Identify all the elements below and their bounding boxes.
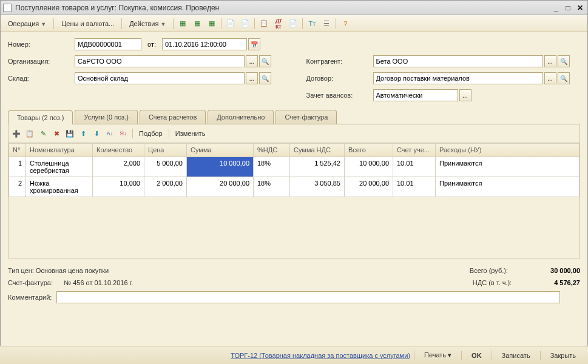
copy-row-icon[interactable]: 📋 (24, 128, 35, 139)
total-value: 30 000,00 (550, 267, 580, 274)
grid-toolbar: ➕ 📋 ✎ ✖ 💾 ⬆ ⬇ A↓ Я↓ Подбор Изменить (8, 124, 580, 143)
invoice-label: Счет-фактура: (8, 279, 53, 286)
price-type: Тип цен: Основная цена покупки (8, 267, 109, 274)
counterparty-search-button[interactable]: 🔍 (558, 55, 570, 67)
toolbar-icon-4[interactable]: 📄 (225, 18, 236, 29)
vat-label: НДС (в т. ч.): (473, 279, 512, 286)
org-select-button[interactable]: ... (246, 55, 258, 67)
toolbar-icon-1[interactable]: ▦ (177, 18, 188, 29)
counterparty-input[interactable] (373, 55, 543, 67)
window-title: Поступление товаров и услуг: Покупка, ко… (15, 4, 549, 12)
warehouse-select-button[interactable]: ... (246, 72, 258, 84)
table-row[interactable]: 1Столешница серебристая2,0005 000,0010 0… (9, 157, 580, 177)
select-button[interactable]: Подбор (137, 130, 165, 137)
menu-operation[interactable]: Операция▼ (4, 18, 50, 29)
help-icon[interactable]: ? (340, 18, 351, 29)
col-price[interactable]: Цена (144, 144, 187, 157)
toolbar-icon-8[interactable]: 📄 (288, 18, 299, 29)
add-row-icon[interactable]: ➕ (11, 128, 22, 139)
warehouse-label: Склад: (8, 75, 75, 82)
tab-additional[interactable]: Дополнительно (208, 110, 274, 124)
col-account[interactable]: Счет уче... (393, 144, 436, 157)
sort-desc-icon[interactable]: Я↓ (118, 128, 129, 139)
col-expenses[interactable]: Расходы (НУ) (436, 144, 580, 157)
toolbar-icon-dtкt[interactable]: ДтКт (273, 18, 284, 29)
comment-label: Комментарий: (8, 294, 52, 301)
maximize-button[interactable]: □ (563, 4, 573, 12)
org-search-button[interactable]: 🔍 (259, 55, 271, 67)
menubar: Операция▼ Цены и валюта... Действия▼ ▦ ▦… (1, 15, 587, 32)
print-button[interactable]: Печать ▾ (418, 349, 458, 361)
contract-label: Договор: (306, 75, 373, 82)
save-button[interactable]: Записать (496, 350, 536, 361)
counterparty-label: Контрагент: (306, 58, 373, 65)
date-input[interactable] (162, 38, 247, 50)
toolbar-icon-3[interactable]: ▦ (206, 18, 217, 29)
change-button[interactable]: Изменить (173, 130, 208, 137)
total-label: Всего (руб.): (470, 267, 508, 274)
col-qty[interactable]: Количество (93, 144, 144, 157)
titlebar: Поступление товаров и услуг: Покупка, ко… (1, 1, 587, 15)
comment-input[interactable] (56, 291, 560, 303)
bottom-bar: ТОРГ-12 (Товарная накладная за поставщик… (0, 346, 588, 364)
tab-accounts[interactable]: Счета расчетов (140, 110, 206, 124)
contract-input[interactable] (373, 72, 543, 84)
number-label: Номер: (8, 41, 75, 48)
tab-services[interactable]: Услуги (0 поз.) (75, 110, 137, 124)
col-vatrate[interactable]: %НДС (254, 144, 290, 157)
counterparty-select-button[interactable]: ... (544, 55, 556, 67)
toolbar-icon-5[interactable]: 📄 (240, 18, 251, 29)
col-vatsum[interactable]: Сумма НДС (290, 144, 345, 157)
col-sum[interactable]: Сумма (187, 144, 254, 157)
sort-asc-icon[interactable]: A↓ (104, 128, 115, 139)
close-bottom-button[interactable]: Закрыть (544, 350, 582, 361)
ok-button[interactable]: OK (465, 350, 488, 361)
edit-row-icon[interactable]: ✎ (38, 128, 49, 139)
org-label: Организация: (8, 58, 75, 65)
from-label: от: (147, 41, 156, 48)
grid-header-row: N° Номенклатура Количество Цена Сумма %Н… (9, 144, 580, 157)
move-down-icon[interactable]: ⬇ (91, 128, 102, 139)
col-total[interactable]: Всего (345, 144, 393, 157)
warehouse-input[interactable] (75, 72, 245, 84)
minimize-button[interactable]: _ (551, 4, 561, 12)
toolbar-disk-icon[interactable]: 💾 (64, 128, 75, 139)
form-area: Номер: от: 📅 Организация: ... 🔍 Склад: (1, 32, 587, 262)
toolbar-icon-9[interactable]: Тт (306, 18, 317, 29)
warehouse-search-button[interactable]: 🔍 (259, 72, 271, 84)
advance-input[interactable] (373, 89, 458, 101)
torg-link[interactable]: ТОРГ-12 (Товарная накладная за поставщик… (231, 352, 410, 359)
close-button[interactable]: ✕ (575, 4, 585, 12)
grid[interactable]: N° Номенклатура Количество Цена Сумма %Н… (8, 143, 580, 258)
document-icon (3, 4, 12, 12)
tab-strip: Товары (2 поз.) Услуги (0 поз.) Счета ра… (8, 110, 580, 124)
advance-label: Зачет авансов: (306, 92, 373, 99)
delete-row-icon[interactable]: ✖ (51, 128, 62, 139)
tab-invoice[interactable]: Счет-фактура (275, 110, 337, 124)
number-input[interactable] (75, 38, 141, 50)
contract-search-button[interactable]: 🔍 (558, 72, 570, 84)
calendar-button[interactable]: 📅 (248, 38, 260, 50)
org-input[interactable] (75, 55, 245, 67)
move-up-icon[interactable]: ⬆ (78, 128, 89, 139)
col-n[interactable]: N° (9, 144, 26, 157)
col-nomenclature[interactable]: Номенклатура (26, 144, 93, 157)
toolbar-icon-2[interactable]: ▦ (192, 18, 203, 29)
footer-info: Тип цен: Основная цена покупки Всего (ру… (1, 262, 587, 311)
toolbar-icon-6[interactable]: 📋 (259, 18, 269, 29)
menu-actions[interactable]: Действия▼ (126, 18, 169, 29)
menu-prices[interactable]: Цены и валюта... (58, 18, 118, 29)
contract-select-button[interactable]: ... (544, 72, 556, 84)
table-row[interactable]: 2Ножка хромированная10,0002 000,0020 000… (9, 177, 580, 197)
advance-select-button[interactable]: ... (459, 89, 471, 101)
toolbar-icon-10[interactable]: ☰ (321, 18, 332, 29)
tab-goods[interactable]: Товары (2 поз.) (8, 110, 73, 124)
vat-value: 4 576,27 (554, 279, 580, 286)
invoice-value: № 456 от 01.10.2016 г. (64, 279, 133, 286)
